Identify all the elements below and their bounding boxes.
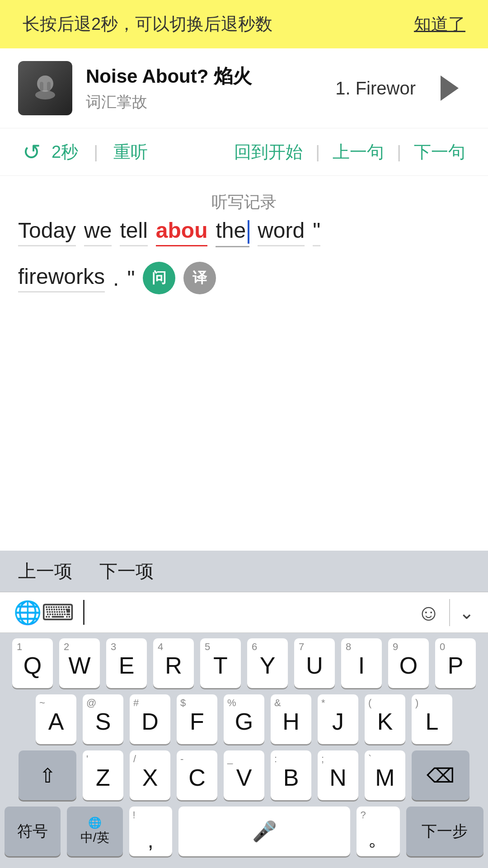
- next-step-label: 下一步: [422, 821, 468, 842]
- word-the: the: [216, 218, 249, 247]
- ask-button[interactable]: 问: [143, 262, 175, 294]
- word-abou: abou: [156, 218, 208, 246]
- key-L[interactable]: )L: [412, 694, 452, 744]
- dictation-area: 听写记录 Today we tell abou the word " firew…: [0, 176, 488, 321]
- key-Y[interactable]: 6Y: [247, 638, 288, 688]
- emoji-icon[interactable]: ☺: [417, 599, 440, 626]
- comma-key[interactable]: ! ,: [129, 807, 172, 856]
- key-row-3: ⇧ 'Z /X -C _V :B ;N `M ⌫: [5, 750, 483, 800]
- prev-sentence-btn[interactable]: 上一句: [333, 141, 384, 164]
- key-T[interactable]: 5T: [200, 638, 241, 688]
- zh-en-label: 中/英: [80, 829, 109, 846]
- keyboard-collapse-btn[interactable]: ⌄: [459, 602, 474, 623]
- play-icon: [441, 75, 459, 101]
- next-step-key[interactable]: 下一步: [406, 807, 483, 856]
- svg-point-0: [37, 75, 53, 92]
- keyboard-input-row: 🌐⌨ ☺ ⌄: [0, 592, 488, 633]
- key-A[interactable]: ~A: [36, 694, 76, 744]
- keyboard-toolbar: 上一项 下一项: [0, 551, 488, 592]
- key-H[interactable]: &H: [271, 694, 311, 744]
- controls-row: ↺ 2秒 | 重听 回到开始 | 上一句 | 下一句: [0, 128, 488, 176]
- album-art: [18, 61, 72, 115]
- key-P[interactable]: 0P: [435, 638, 476, 688]
- input-cursor: [83, 600, 84, 625]
- key-row-2: ~A @S #D $F %G &H *J (K )L: [5, 694, 483, 744]
- input-divider: [449, 599, 450, 626]
- key-Z[interactable]: 'Z: [83, 750, 123, 800]
- banner-confirm-btn[interactable]: 知道了: [414, 13, 465, 36]
- key-I[interactable]: 8I: [341, 638, 382, 688]
- key-J[interactable]: *J: [318, 694, 358, 744]
- key-W[interactable]: 2W: [59, 638, 100, 688]
- key-B[interactable]: :B: [271, 750, 311, 800]
- dictation-line1: Today we tell abou the word ": [18, 218, 470, 254]
- play-button[interactable]: [429, 68, 470, 108]
- player-title: Noise About? 焰火: [86, 64, 322, 89]
- relisten-btn[interactable]: 重听: [113, 141, 148, 164]
- svg-point-1: [35, 90, 55, 99]
- controls-left: ↺ 2秒 | 重听: [23, 139, 148, 165]
- key-D[interactable]: #D: [130, 694, 170, 744]
- player-track: 1. Firewor: [335, 78, 416, 99]
- player-subtitle: 词汇掌故: [86, 92, 322, 113]
- keyboard-section: 上一项 下一项 🌐⌨ ☺ ⌄ 1Q 2W 3E 4R 5T 6Y 7U 8I 9…: [0, 551, 488, 868]
- player-area: Noise About? 焰火 词汇掌故 1. Firewor: [0, 48, 488, 128]
- zh-en-key[interactable]: 🌐 中/英: [67, 807, 123, 856]
- dictation-label: 听写记录: [18, 180, 470, 218]
- question-sym: ?: [360, 809, 366, 821]
- key-K[interactable]: (K: [365, 694, 405, 744]
- dictation-line2: fireworks . " 问 译: [18, 262, 470, 294]
- delete-key[interactable]: ⌫: [412, 750, 469, 800]
- question-key[interactable]: ? 。: [357, 807, 399, 856]
- key-G[interactable]: %G: [224, 694, 264, 744]
- divider1: |: [94, 142, 98, 162]
- punct-period: .: [113, 266, 119, 291]
- word-word: word: [258, 218, 305, 246]
- space-key[interactable]: 🎤: [178, 807, 351, 856]
- shift-icon: ⇧: [39, 764, 56, 787]
- key-S[interactable]: @S: [83, 694, 123, 744]
- shift-key[interactable]: ⇧: [19, 750, 76, 800]
- return-start-btn[interactable]: 回到开始: [234, 141, 303, 164]
- word-quote-open: ": [313, 218, 320, 246]
- globe-small-icon: 🌐: [88, 816, 102, 829]
- controls-right: 回到开始 | 上一句 | 下一句: [234, 141, 465, 164]
- top-banner: 长按后退2秒，可以切换后退秒数 知道了: [0, 0, 488, 48]
- key-E[interactable]: 3E: [106, 638, 147, 688]
- translate-button[interactable]: 译: [183, 262, 216, 294]
- key-Q[interactable]: 1Q: [12, 638, 53, 688]
- spacer: [0, 321, 488, 578]
- divider3: |: [397, 142, 401, 162]
- mic-icon: 🎤: [252, 820, 277, 843]
- svg-rect-3: [47, 82, 51, 91]
- key-X[interactable]: /X: [130, 750, 170, 800]
- delete-icon: ⌫: [427, 764, 455, 787]
- replay-seconds[interactable]: 2秒: [52, 141, 78, 164]
- symbols-label: 符号: [17, 821, 48, 842]
- key-F[interactable]: $F: [177, 694, 217, 744]
- text-cursor: [248, 220, 249, 244]
- key-V[interactable]: _V: [224, 750, 264, 800]
- keyboard-keys: 1Q 2W 3E 4R 5T 6Y 7U 8I 9O 0P ~A @S #D $…: [0, 633, 488, 868]
- key-O[interactable]: 9O: [388, 638, 429, 688]
- word-today: Today: [18, 218, 76, 246]
- key-M[interactable]: `M: [365, 750, 405, 800]
- punct-quote-close: ": [127, 266, 135, 291]
- keyboard-globe-icon[interactable]: 🌐⌨: [14, 599, 74, 626]
- word-we: we: [84, 218, 112, 246]
- replay-icon[interactable]: ↺: [23, 139, 41, 165]
- key-row-4: 符号 🌐 中/英 ! , 🎤 ? 。 下一步: [5, 807, 483, 856]
- next-sentence-btn[interactable]: 下一句: [414, 141, 465, 164]
- keyboard-prev-btn[interactable]: 上一项: [18, 559, 72, 584]
- word-tell: tell: [120, 218, 147, 246]
- period-label: 。: [368, 825, 389, 853]
- symbols-key[interactable]: 符号: [5, 807, 61, 856]
- key-C[interactable]: -C: [177, 750, 217, 800]
- key-U[interactable]: 7U: [294, 638, 335, 688]
- keyboard-next-btn[interactable]: 下一项: [99, 559, 154, 584]
- player-info: Noise About? 焰火 词汇掌故: [86, 64, 322, 113]
- key-row-1: 1Q 2W 3E 4R 5T 6Y 7U 8I 9O 0P: [5, 638, 483, 688]
- key-N[interactable]: ;N: [318, 750, 358, 800]
- comma-label: ,: [148, 828, 154, 853]
- key-R[interactable]: 4R: [153, 638, 194, 688]
